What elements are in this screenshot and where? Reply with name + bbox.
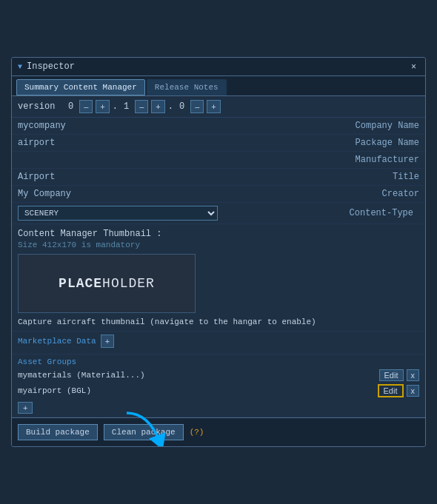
content-type-label: Content-Type xyxy=(221,208,419,218)
version-v2: 1 xyxy=(121,101,132,112)
table-row: My Company Creator xyxy=(12,186,425,203)
placeholder-text: PLACEHOLDER xyxy=(59,276,155,291)
tab-summary-content-manager[interactable]: Summary Content Manager xyxy=(16,79,145,95)
fields-table: mycompany Company Name airport Package N… xyxy=(12,118,425,203)
package-value: airport xyxy=(12,135,203,152)
close-button[interactable]: × xyxy=(408,61,419,72)
asset-groups-title: Asset Groups xyxy=(18,357,419,366)
company-value: mycompany xyxy=(12,118,203,135)
version-v1: 0 xyxy=(65,101,76,112)
inspector-window: ▼ Inspector × Summary Content Manager Re… xyxy=(11,57,426,447)
tabs-bar: Summary Content Manager Release Notes xyxy=(12,76,425,96)
marketplace-section: Marketplace Data + xyxy=(12,332,425,355)
version-v3-plus[interactable]: + xyxy=(207,100,220,113)
capture-note: Capture aircraft thumbnail (navigate to … xyxy=(18,317,419,326)
placeholder-light: HOLDER xyxy=(102,276,155,291)
asset-name-0: mymaterials (Materiall...) xyxy=(18,371,376,380)
version-label: version xyxy=(18,101,62,112)
title-label: Title xyxy=(203,169,425,186)
content-type-select[interactable]: SCENERY xyxy=(18,206,218,221)
version-v1-minus[interactable]: – xyxy=(79,100,93,113)
inspector-icon: ▼ xyxy=(18,63,22,71)
placeholder-bold: PLACE xyxy=(59,276,102,291)
title-value: Airport xyxy=(12,169,203,186)
version-v3: 0 xyxy=(176,101,187,112)
asset-edit-button-0[interactable]: Edit xyxy=(379,369,404,381)
thumbnail-placeholder[interactable]: PLACEHOLDER xyxy=(18,254,196,313)
title-bar: ▼ Inspector × xyxy=(12,58,425,76)
marketplace-header: Marketplace Data + xyxy=(18,335,419,348)
asset-name-1: myairport (BGL) xyxy=(18,386,375,395)
marketplace-title: Marketplace Data xyxy=(18,337,96,346)
table-row: Airport Title xyxy=(12,169,425,186)
version-v2-plus[interactable]: + xyxy=(151,100,164,113)
asset-groups-add-button[interactable]: + xyxy=(18,402,33,414)
bottom-bar: Build package Clean package (?) xyxy=(12,417,425,446)
company-label: Company Name xyxy=(203,118,425,135)
version-dot2: . xyxy=(168,101,173,112)
build-package-button[interactable]: Build package xyxy=(18,424,98,440)
table-row: airport Package Name xyxy=(12,135,425,152)
table-row: mycompany Company Name xyxy=(12,118,425,135)
version-v1-plus[interactable]: + xyxy=(96,100,109,113)
version-dot1: . xyxy=(113,101,118,112)
thumbnail-label: Content Manager Thumbnail : xyxy=(18,229,419,239)
content-type-row: SCENERY Content-Type xyxy=(12,203,425,224)
package-label: Package Name xyxy=(203,135,425,152)
thumbnail-size-note: Size 412x170 is mandatory xyxy=(18,241,419,249)
creator-value: My Company xyxy=(12,186,203,203)
table-row: Manufacturer xyxy=(12,152,425,169)
version-row: version 0 – + . 1 – + . 0 – + xyxy=(12,96,425,118)
manufacturer-value xyxy=(12,152,203,169)
asset-remove-button-1[interactable]: x xyxy=(407,385,420,397)
asset-item-1: myairport (BGL) Edit x xyxy=(18,384,419,397)
manufacturer-label: Manufacturer xyxy=(203,152,425,169)
version-v2-minus[interactable]: – xyxy=(135,100,148,113)
thumbnail-section: Content Manager Thumbnail : Size 412x170… xyxy=(12,224,425,332)
creator-label: Creator xyxy=(203,186,425,203)
tab-release-notes[interactable]: Release Notes xyxy=(147,79,227,95)
asset-remove-button-0[interactable]: x xyxy=(407,369,420,381)
window-title: Inspector xyxy=(27,61,75,72)
help-label[interactable]: (?) xyxy=(190,428,204,437)
clean-package-button[interactable]: Clean package xyxy=(104,424,184,440)
asset-edit-button-1[interactable]: Edit xyxy=(378,384,404,397)
marketplace-add-button[interactable]: + xyxy=(101,335,114,348)
main-content: version 0 – + . 1 – + . 0 – + mycompany … xyxy=(12,96,425,417)
asset-groups-section: Asset Groups mymaterials (Materiall...) … xyxy=(12,355,425,417)
asset-item-0: mymaterials (Materiall...) Edit x xyxy=(18,369,419,381)
title-bar-left: ▼ Inspector xyxy=(18,61,75,72)
version-v3-minus[interactable]: – xyxy=(190,100,204,113)
